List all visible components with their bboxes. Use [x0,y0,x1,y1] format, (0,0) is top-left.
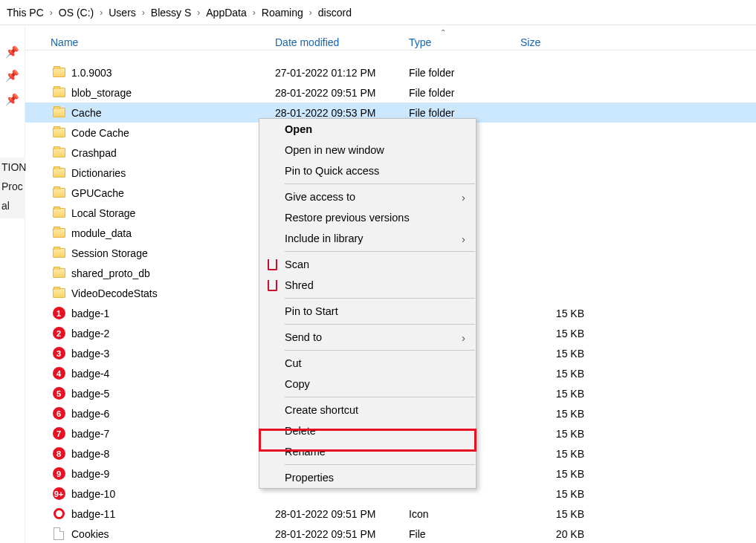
menu-separator [285,397,475,397]
folder-icon [53,128,65,137]
file-size: 15 KB [520,328,602,339]
file-name: Dictionaries [67,167,275,179]
folder-icon [53,208,65,218]
file-row[interactable]: blob_storage28-01-2022 09:51 PMFile fold… [25,82,756,103]
badge-icon: 8 [53,447,65,460]
menu-item-send-to[interactable]: Send to› [259,327,476,348]
file-name: Local Storage [67,207,275,219]
menu-item-open-in-new-window[interactable]: Open in new window [259,140,476,160]
menu-separator [285,251,475,252]
file-name: Code Cache [67,127,275,139]
pin-icon[interactable]: 📌 [4,43,22,61]
pin-icon[interactable]: 📌 [4,91,22,108]
menu-label: Delete [285,425,316,437]
breadcrumb-item[interactable]: Users [108,7,137,19]
folder-icon [53,68,65,77]
menu-separator [285,350,475,351]
menu-item-delete[interactable]: Delete [259,420,476,441]
file-name: module_data [67,227,275,239]
breadcrumb-item[interactable]: This PC [6,7,45,19]
file-name: badge-11 [67,508,275,520]
header-date[interactable]: Date modified [275,36,409,48]
menu-item-shred[interactable]: Shred [259,275,476,296]
menu-item-give-access-to[interactable]: Give access to› [259,186,476,207]
header-name[interactable]: Name [25,36,275,48]
file-name: 1.0.9003 [67,67,275,79]
file-row[interactable]: badge-1128-01-2022 09:51 PMIcon15 KB [25,504,756,524]
file-name: Session Storage [67,247,275,259]
file-row[interactable]: Cookies28-01-2022 09:51 PMFile20 KB [25,524,756,543]
file-type: File [409,528,520,540]
file-name: GPUCache [67,187,275,199]
menu-label: Include in library [285,233,364,244]
chevron-right-icon: › [304,7,317,18]
breadcrumb-item[interactable]: discord [317,7,352,19]
badge-icon: 6 [53,407,65,420]
breadcrumb-item[interactable]: Roaming [261,7,304,19]
file-size: 20 KB [520,528,602,540]
breadcrumb[interactable]: This PC›OS (C:)›Users›Blessy S›AppData›R… [0,0,756,25]
badge-icon: 2 [53,327,65,339]
menu-item-pin-to-start[interactable]: Pin to Start [259,301,476,322]
file-name: badge-6 [67,408,275,420]
menu-item-include-in-library[interactable]: Include in library› [259,228,476,249]
file-type: Icon [409,508,520,520]
menu-item-create-shortcut[interactable]: Create shortcut [259,400,476,420]
file-name: badge-4 [67,368,275,380]
header-size[interactable]: Size [520,36,602,48]
menu-item-copy[interactable]: Copy [259,374,476,394]
menu-label: Send to [285,331,322,343]
menu-item-rename[interactable]: Rename [259,441,476,462]
pin-icon[interactable]: 📌 [4,67,22,85]
chevron-right-icon: › [137,7,150,18]
badge-icon: 9+ [53,487,65,500]
menu-separator [285,464,475,465]
menu-label: Create shortcut [285,404,358,416]
file-size: 15 KB [520,488,602,500]
quick-access-pins: 📌 📌 📌 [0,25,25,543]
menu-label: Shred [285,279,314,291]
menu-separator [285,183,475,184]
file-name: shared_proto_db [67,267,275,279]
file-size: 15 KB [520,508,602,520]
context-menu[interactable]: OpenOpen in new windowPin to Quick acces… [259,118,476,489]
menu-label: Properties [285,472,334,484]
menu-item-restore-previous-versions[interactable]: Restore previous versions [259,207,476,228]
folder-icon [53,188,65,198]
file-name: VideoDecodeStats [67,287,275,299]
file-name: blob_storage [67,87,275,99]
file-row[interactable]: 1.0.900327-01-2022 01:12 PMFile folder [25,62,756,82]
menu-item-scan[interactable]: Scan [259,254,476,275]
menu-item-properties[interactable]: Properties [259,467,476,488]
menu-label: Copy [285,378,310,390]
folder-icon [53,168,65,178]
file-size: 15 KB [520,368,602,380]
file-name: badge-3 [67,348,275,360]
menu-item-pin-to-quick-access[interactable]: Pin to Quick access [259,160,476,181]
menu-label: Cut [285,357,302,369]
menu-label: Pin to Start [285,305,338,317]
menu-item-open[interactable]: Open [259,119,476,140]
menu-item-cut[interactable]: Cut [259,353,476,374]
file-size: 15 KB [520,428,602,440]
file-name: badge-2 [67,328,275,339]
file-name: badge-7 [67,428,275,440]
breadcrumb-item[interactable]: OS (C:) [58,7,94,19]
menu-label: Give access to [285,191,355,203]
badge-icon: 9 [53,467,65,480]
folder-icon [53,268,65,278]
folder-icon [53,228,65,238]
folder-icon [53,248,65,258]
header-type[interactable]: Type [409,36,520,48]
breadcrumb-item[interactable]: AppData [205,7,247,19]
menu-label: Pin to Quick access [285,165,379,177]
breadcrumb-item[interactable]: Blessy S [150,7,192,19]
ring-icon [54,508,65,519]
file-date: 28-01-2022 09:51 PM [275,508,409,520]
chevron-right-icon: › [462,331,465,344]
chevron-right-icon: › [248,7,261,18]
menu-label: Restore previous versions [285,212,410,224]
file-size: 15 KB [520,388,602,400]
file-name: badge-10 [67,488,275,500]
file-name: Crashpad [67,147,275,159]
